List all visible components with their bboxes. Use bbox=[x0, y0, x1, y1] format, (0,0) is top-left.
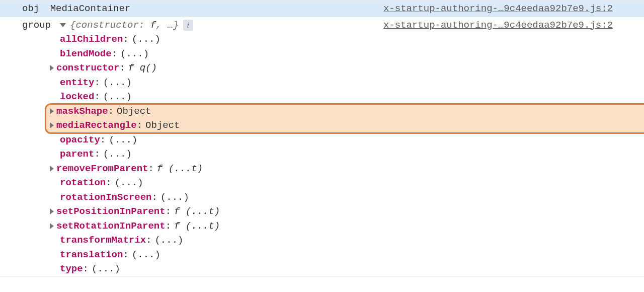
colon: : bbox=[100, 133, 106, 148]
property-key: blendMode bbox=[60, 47, 112, 61]
property-value: (...) bbox=[132, 248, 160, 262]
colon: : bbox=[123, 248, 128, 262]
property-row-opacity: opacity:(...) bbox=[60, 133, 644, 148]
summary-key: constructor bbox=[75, 20, 138, 31]
property-value: f q() bbox=[128, 61, 157, 76]
object-properties: allChildren:(...)blendMode:(...)construc… bbox=[0, 32, 644, 276]
console-row-source: x-startup-authoring-…9c4eedaa92b7e9.js:2 bbox=[383, 18, 644, 33]
expand-toggle-icon[interactable] bbox=[60, 23, 66, 27]
property-value: (...) bbox=[115, 176, 143, 190]
property-key: constructor bbox=[56, 61, 119, 76]
property-key: rotation bbox=[60, 176, 106, 190]
property-value: Object bbox=[117, 104, 151, 119]
group-badge: group bbox=[22, 18, 51, 33]
property-key: maskShape bbox=[56, 104, 108, 119]
colon: : bbox=[108, 104, 114, 119]
property-row-parent: parent:(...) bbox=[60, 147, 644, 162]
property-key: entity bbox=[60, 76, 94, 90]
colon: : bbox=[123, 32, 128, 47]
group-header[interactable]: group {constructor: f, …} i bbox=[22, 18, 193, 33]
property-row-entity: entity:(...) bbox=[60, 76, 644, 90]
property-value: (...) bbox=[109, 133, 137, 148]
obj-title: MediaContainer bbox=[50, 2, 131, 16]
property-row-blendMode: blendMode:(...) bbox=[60, 47, 644, 61]
property-value: (...) bbox=[92, 262, 120, 276]
property-value: (...) bbox=[120, 47, 149, 61]
property-value: (...) bbox=[103, 90, 132, 104]
property-key: locked bbox=[60, 90, 94, 104]
property-row-rotation: rotation:(...) bbox=[60, 176, 644, 190]
colon: : bbox=[166, 204, 171, 219]
property-row-rotationInScreen: rotationInScreen:(...) bbox=[60, 190, 644, 205]
colon: : bbox=[151, 190, 157, 205]
summary-f: f bbox=[150, 20, 156, 31]
property-value: (...) bbox=[132, 32, 160, 47]
property-key: translation bbox=[60, 248, 123, 262]
property-key: setPositionInParent bbox=[56, 204, 166, 219]
property-key: allChildren bbox=[60, 32, 123, 47]
colon: : bbox=[83, 262, 89, 276]
expand-toggle-icon[interactable] bbox=[50, 208, 54, 214]
property-row-allChildren: allChildren:(...) bbox=[60, 32, 644, 47]
property-row-constructor[interactable]: constructor:f q() bbox=[50, 61, 644, 76]
colon: : bbox=[94, 147, 100, 162]
object-summary: {constructor: f, …} bbox=[70, 18, 179, 33]
console-row-obj[interactable]: obj MediaContainer x-startup-authoring-…… bbox=[0, 0, 644, 17]
property-row-maskShape[interactable]: maskShape:Object bbox=[50, 104, 644, 119]
property-key: removeFromParent bbox=[56, 162, 148, 176]
property-row-translation: translation:(...) bbox=[60, 248, 644, 262]
colon: : bbox=[148, 162, 153, 176]
property-value: f (...t) bbox=[157, 162, 203, 176]
property-value: (...) bbox=[154, 233, 183, 248]
colon: : bbox=[94, 90, 100, 104]
property-row-locked: locked:(...) bbox=[60, 90, 644, 104]
property-key: type bbox=[60, 262, 83, 276]
expand-toggle-icon[interactable] bbox=[50, 122, 54, 128]
brace: { bbox=[70, 20, 75, 31]
colon: : bbox=[166, 219, 171, 234]
source-link[interactable]: x-startup-authoring-…9c4eedaa92b7e9.js:2 bbox=[383, 20, 613, 31]
property-row-removeFromParent[interactable]: removeFromParent:f (...t) bbox=[50, 162, 644, 176]
summary-rest: , …} bbox=[156, 20, 179, 31]
property-row-setRotationInParent[interactable]: setRotationInParent:f (...t) bbox=[50, 219, 644, 234]
colon: : bbox=[146, 233, 151, 248]
property-value: (...) bbox=[103, 147, 132, 162]
console-row-left: obj MediaContainer bbox=[0, 2, 383, 16]
console-row-source: x-startup-authoring-…9c4eedaa92b7e9.js:2 bbox=[383, 2, 644, 16]
property-key: parent bbox=[60, 147, 94, 162]
property-key: rotationInScreen bbox=[60, 190, 151, 205]
expand-toggle-icon[interactable] bbox=[50, 65, 54, 71]
source-link[interactable]: x-startup-authoring-…9c4eedaa92b7e9.js:2 bbox=[383, 3, 613, 14]
property-value: Object bbox=[145, 118, 180, 133]
property-value: (...) bbox=[160, 190, 189, 205]
property-value: (...) bbox=[103, 76, 132, 90]
expand-toggle-icon[interactable] bbox=[50, 108, 54, 114]
colon: : bbox=[94, 76, 100, 90]
property-row-transformMatrix: transformMatrix:(...) bbox=[60, 233, 644, 248]
property-key: mediaRectangle bbox=[56, 118, 137, 133]
colon: : bbox=[106, 176, 111, 190]
colon: : bbox=[137, 118, 142, 133]
property-row-type: type:(...) bbox=[60, 262, 644, 276]
console-row-left: group {constructor: f, …} i bbox=[0, 18, 383, 33]
property-key: transformMatrix bbox=[60, 233, 146, 248]
colon: : bbox=[112, 47, 117, 61]
info-icon[interactable]: i bbox=[183, 20, 193, 31]
property-row-setPositionInParent[interactable]: setPositionInParent:f (...t) bbox=[50, 204, 644, 219]
property-key: setRotationInParent bbox=[56, 219, 166, 234]
property-key: opacity bbox=[60, 133, 100, 148]
console-row-group: group {constructor: f, …} i x-startup-au… bbox=[0, 17, 644, 277]
expand-toggle-icon[interactable] bbox=[50, 166, 54, 172]
property-row-mediaRectangle[interactable]: mediaRectangle:Object bbox=[50, 118, 644, 133]
colon: : bbox=[119, 61, 125, 76]
expand-toggle-icon[interactable] bbox=[50, 223, 54, 229]
property-value: f (...t) bbox=[174, 204, 220, 219]
summary-sep: : bbox=[139, 20, 150, 31]
property-value: f (...t) bbox=[174, 219, 220, 234]
obj-badge: obj bbox=[22, 2, 39, 16]
